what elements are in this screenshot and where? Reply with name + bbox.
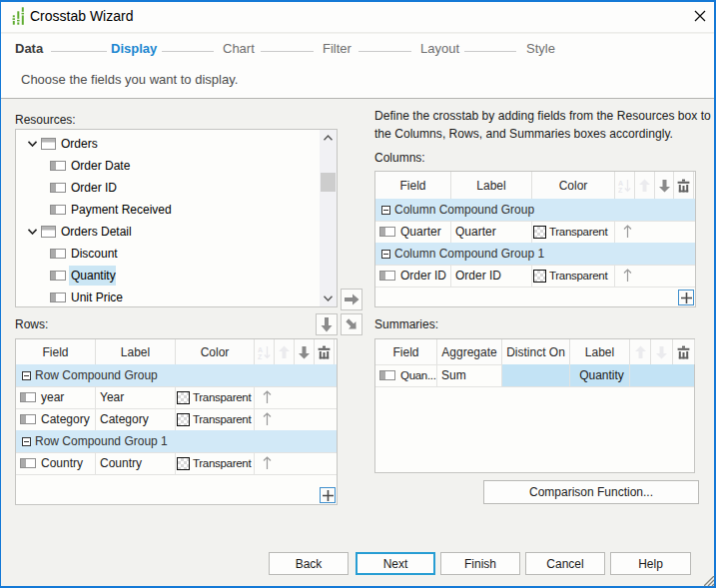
svg-text:Z: Z [258, 353, 263, 359]
svg-text:A: A [618, 179, 623, 186]
svg-text:A: A [258, 345, 263, 352]
svg-text:Z: Z [618, 187, 623, 193]
